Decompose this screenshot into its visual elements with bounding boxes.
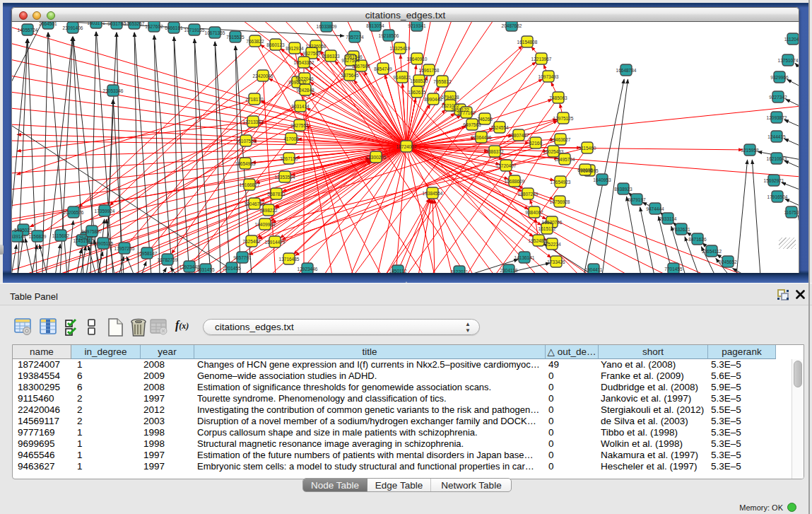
svg-text:2718170: 2718170: [245, 97, 264, 102]
svg-text:3624554: 3624554: [490, 125, 509, 130]
svg-text:10756928: 10756928: [550, 199, 570, 204]
svg-text:2304118: 2304118: [500, 268, 518, 273]
svg-text:23053346: 23053346: [103, 88, 124, 93]
svg-text:8938923: 8938923: [614, 187, 632, 192]
svg-text:9498222: 9498222: [259, 208, 278, 213]
svg-text:1733426: 1733426: [547, 259, 565, 264]
svg-text:8454749: 8454749: [374, 66, 392, 71]
svg-text:20206576: 20206576: [64, 210, 84, 215]
svg-text:15720407: 15720407: [496, 163, 517, 168]
svg-text:19654983: 19654983: [235, 161, 256, 166]
svg-text:8660123: 8660123: [266, 42, 285, 47]
svg-text:7632621: 7632621: [672, 227, 690, 232]
svg-text:16914479: 16914479: [265, 240, 286, 245]
svg-text:17359924: 17359924: [95, 209, 115, 214]
svg-text:9115460: 9115460: [579, 146, 596, 151]
svg-text:19166827: 19166827: [240, 182, 260, 187]
svg-text:14055724: 14055724: [18, 28, 38, 33]
svg-text:10958147: 10958147: [137, 251, 158, 256]
svg-text:746266: 746266: [477, 117, 493, 122]
svg-text:8813054: 8813054: [366, 23, 384, 28]
svg-text:16210643: 16210643: [767, 156, 787, 161]
svg-text:19409948: 19409948: [255, 222, 276, 227]
svg-text:7625402: 7625402: [242, 239, 261, 244]
svg-text:8031414: 8031414: [291, 104, 310, 109]
svg-text:13325419: 13325419: [390, 46, 411, 51]
svg-text:12353594: 12353594: [275, 175, 295, 180]
svg-text:12213383: 12213383: [243, 119, 264, 124]
svg-text:1244415: 1244415: [767, 134, 786, 139]
svg-text:18495794: 18495794: [555, 157, 575, 162]
svg-text:18724007: 18724007: [396, 144, 417, 149]
svg-text:12905115: 12905115: [93, 241, 114, 246]
svg-text:9777169: 9777169: [457, 110, 476, 115]
svg-text:20487682: 20487682: [502, 23, 522, 28]
svg-text:2367608: 2367608: [352, 64, 370, 69]
svg-text:9031455: 9031455: [196, 267, 215, 272]
svg-text:9427552: 9427552: [290, 123, 309, 128]
svg-text:22420046: 22420046: [253, 74, 273, 78]
svg-text:7485063: 7485063: [549, 95, 567, 100]
svg-text:2064501: 2064501: [39, 22, 57, 26]
svg-text:9227342: 9227342: [769, 95, 787, 100]
svg-text:13226058: 13226058: [306, 44, 326, 49]
svg-text:9384067: 9384067: [525, 210, 543, 215]
svg-text:23091406: 23091406: [63, 25, 83, 30]
svg-text:10543362: 10543362: [294, 60, 314, 65]
svg-text:6794028: 6794028: [441, 95, 459, 100]
svg-text:8471626: 8471626: [688, 237, 707, 242]
svg-text:2933114: 2933114: [659, 216, 677, 221]
svg-text:5587832: 5587832: [267, 192, 286, 197]
svg-text:1615112: 1615112: [539, 226, 556, 231]
svg-text:16154808: 16154808: [517, 40, 538, 45]
svg-text:1640953: 1640953: [593, 177, 611, 182]
svg-text:7515525: 7515525: [226, 35, 245, 40]
svg-text:9474444: 9474444: [646, 206, 664, 211]
svg-text:17916504: 17916504: [767, 194, 788, 199]
svg-text:9657791: 9657791: [233, 255, 252, 260]
svg-text:19384554: 19384554: [423, 191, 443, 196]
svg-text:3215958: 3215958: [741, 148, 759, 153]
svg-text:16648784: 16648784: [616, 68, 637, 73]
svg-text:5495021: 5495021: [14, 228, 33, 233]
svg-text:18300295: 18300295: [366, 155, 387, 160]
svg-text:1588520: 1588520: [410, 78, 428, 83]
svg-text:10719155: 10719155: [184, 28, 205, 33]
svg-text:10046786: 10046786: [245, 201, 265, 206]
svg-text:1362615: 1362615: [408, 90, 426, 95]
svg-text:16107553: 16107553: [236, 139, 257, 144]
svg-text:1145194: 1145194: [73, 238, 91, 243]
svg-text:12093872: 12093872: [767, 115, 787, 120]
svg-text:10025433: 10025433: [543, 149, 564, 154]
svg-text:7386372: 7386372: [486, 149, 504, 154]
svg-text:13751074: 13751074: [778, 58, 799, 63]
svg-text:7955812: 7955812: [433, 79, 452, 84]
svg-text:12923446: 12923446: [298, 267, 318, 271]
svg-text:20364436: 20364436: [471, 135, 492, 140]
svg-text:8990448: 8990448: [424, 97, 442, 102]
svg-text:1112045: 1112045: [784, 37, 799, 42]
svg-text:6466161: 6466161: [165, 25, 183, 30]
svg-text:3267150: 3267150: [280, 156, 298, 161]
svg-text:16782759: 16782759: [158, 257, 178, 262]
svg-text:16520746: 16520746: [542, 220, 563, 225]
svg-text:4252234: 4252234: [543, 242, 561, 247]
svg-text:10688609: 10688609: [505, 179, 525, 184]
svg-text:9031780: 9031780: [107, 22, 126, 26]
svg-text:17654923: 17654923: [551, 180, 571, 185]
svg-text:12213967: 12213967: [531, 57, 552, 62]
svg-text:1904411: 1904411: [585, 267, 603, 272]
svg-text:699695: 699695: [577, 168, 593, 173]
svg-text:116753: 116753: [784, 210, 799, 215]
svg-text:19218506: 19218506: [379, 33, 399, 38]
svg-text:16033809: 16033809: [317, 24, 337, 29]
svg-text:10671355: 10671355: [205, 30, 225, 35]
svg-text:5522046: 5522046: [295, 76, 314, 81]
svg-text:18807249: 18807249: [518, 192, 539, 197]
svg-text:10653267: 10653267: [124, 22, 145, 26]
svg-text:18640910: 18640910: [407, 57, 428, 62]
svg-text:6497568: 6497568: [463, 122, 481, 127]
svg-text:8186323: 8186323: [322, 54, 340, 59]
svg-text:62160: 62160: [529, 141, 542, 146]
svg-text:6879197: 6879197: [628, 197, 646, 202]
